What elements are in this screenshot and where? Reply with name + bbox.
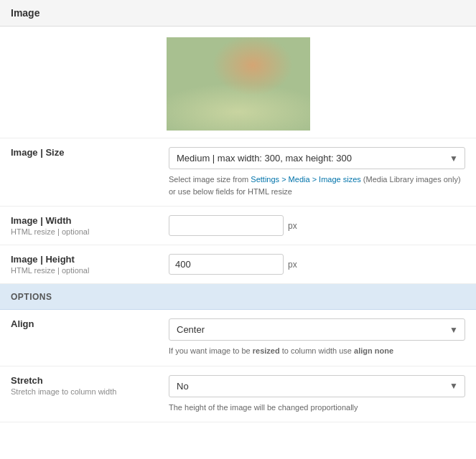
align-row: Align None Left Center Right ▼ If you wa…: [0, 310, 476, 366]
image-size-select-wrapper: Thumbnail | max width: 150, max height: …: [169, 147, 465, 169]
stretch-label-sub: Stretch image to column width: [11, 387, 158, 396]
image-height-label-main: Image | Height: [11, 254, 158, 265]
image-width-label: Image | Width HTML resize | optional: [11, 215, 169, 236]
options-section-header: OPTIONS: [0, 284, 476, 310]
align-control: None Left Center Right ▼ If you want ima…: [169, 318, 465, 357]
align-label: Align: [11, 318, 169, 329]
image-width-input-group: px: [169, 215, 465, 236]
image-height-input[interactable]: [169, 254, 284, 275]
image-height-label-sub: HTML resize | optional: [11, 266, 158, 275]
align-hint-none: align none: [354, 346, 393, 355]
align-select[interactable]: None Left Center Right: [169, 318, 465, 341]
stretch-select-wrapper: No Yes ▼: [169, 375, 465, 397]
image-height-input-group: px: [169, 254, 465, 275]
image-width-input[interactable]: [169, 215, 284, 236]
image-size-control: Thumbnail | max width: 150, max height: …: [169, 147, 465, 197]
image-preview-container: [0, 27, 476, 138]
align-hint-resized: resized: [253, 346, 280, 355]
align-hint: If you want image to be resized to colum…: [169, 345, 465, 357]
image-width-control: px: [169, 215, 465, 236]
stretch-select[interactable]: No Yes: [169, 375, 465, 397]
stretch-row: Stretch Stretch image to column width No…: [0, 366, 476, 423]
image-size-label-main: Image | Size: [11, 147, 158, 158]
hint-prefix: Select image size from: [169, 175, 251, 184]
image-preview: [167, 37, 310, 131]
image-size-select[interactable]: Thumbnail | max width: 150, max height: …: [169, 147, 465, 169]
image-width-label-main: Image | Width: [11, 215, 158, 226]
image-width-label-sub: HTML resize | optional: [11, 227, 158, 236]
image-size-label: Image | Size: [11, 147, 169, 158]
image-width-row: Image | Width HTML resize | optional px: [0, 207, 476, 245]
stretch-label-main: Stretch: [11, 375, 158, 386]
stretch-control: No Yes ▼ The height of the image will be…: [169, 375, 465, 414]
stretch-label: Stretch Stretch image to column width: [11, 375, 169, 396]
panel-header: Image: [0, 0, 476, 27]
settings-link[interactable]: Settings > Media > Image sizes: [251, 175, 360, 184]
image-height-row: Image | Height HTML resize | optional px: [0, 245, 476, 284]
image-height-label: Image | Height HTML resize | optional: [11, 254, 169, 275]
image-size-hint: Select image size from Settings > Media …: [169, 174, 465, 197]
options-section-label: OPTIONS: [11, 292, 52, 302]
image-size-row: Image | Size Thumbnail | max width: 150,…: [0, 138, 476, 207]
align-select-wrapper: None Left Center Right ▼: [169, 318, 465, 341]
image-width-unit: px: [288, 221, 297, 231]
image-height-unit: px: [288, 260, 297, 270]
align-label-main: Align: [11, 318, 158, 329]
image-height-control: px: [169, 254, 465, 275]
stretch-hint: The height of the image will be changed …: [169, 402, 465, 414]
panel-title: Image: [11, 7, 39, 19]
